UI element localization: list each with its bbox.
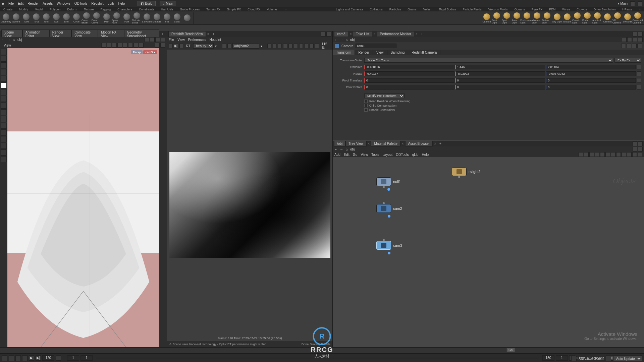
crop-icon[interactable] bbox=[227, 44, 231, 48]
translate-y[interactable] bbox=[455, 65, 545, 69]
net-tool-icon[interactable] bbox=[600, 152, 605, 157]
fwd-icon[interactable]: → bbox=[7, 38, 11, 42]
shelf-item[interactable]: L-system bbox=[142, 12, 152, 24]
shelf-tab-r[interactable]: Collisions bbox=[368, 7, 384, 12]
net-tool-icon[interactable] bbox=[616, 152, 621, 157]
net-tool-icon[interactable] bbox=[595, 152, 599, 157]
menu-edit[interactable]: Edit bbox=[18, 2, 23, 5]
camera-path-input[interactable] bbox=[232, 43, 259, 49]
net-tool-icon[interactable] bbox=[579, 152, 583, 157]
shelf-tab-r[interactable]: HPaste bbox=[621, 7, 634, 12]
link-icon[interactable] bbox=[627, 44, 631, 48]
rotate-x[interactable] bbox=[364, 71, 454, 76]
node-rslight2[interactable]: rslight2 bbox=[452, 167, 480, 176]
shelf-item[interactable] bbox=[182, 12, 192, 24]
tab-cam3[interactable]: cam3 bbox=[334, 31, 348, 37]
shelf-item[interactable]: Point Light bbox=[492, 12, 502, 24]
shelf-item[interactable]: Grid bbox=[41, 12, 51, 24]
realtime-icon[interactable] bbox=[15, 356, 21, 361]
net-tool-icon[interactable] bbox=[589, 152, 594, 157]
shelf-tab[interactable]: Texture bbox=[82, 7, 96, 12]
shelf-tab[interactable]: Cloud FX bbox=[246, 7, 262, 12]
shelf-item[interactable]: Tube bbox=[21, 12, 31, 24]
shelf-tab-r[interactable]: Oceans bbox=[513, 7, 527, 12]
shelf-tab-r[interactable]: Crowds bbox=[575, 7, 589, 12]
tab-asset-browser[interactable]: Asset Browser bbox=[405, 141, 433, 146]
tool-icon[interactable] bbox=[283, 44, 287, 48]
shelf-item[interactable]: Geometry bbox=[1, 12, 11, 24]
shelf-tab[interactable]: Model bbox=[33, 7, 45, 12]
shelf-tab[interactable]: Volume bbox=[265, 7, 279, 12]
node-name-input[interactable] bbox=[356, 44, 396, 48]
view-menu[interactable]: View bbox=[2, 44, 13, 47]
net-tool-icon[interactable] bbox=[605, 152, 610, 157]
fwd-icon[interactable]: → bbox=[339, 38, 343, 42]
shelf-add-icon[interactable]: + bbox=[283, 7, 288, 12]
stop-icon[interactable] bbox=[179, 44, 183, 48]
shelf-item[interactable]: Sphere bbox=[11, 12, 21, 24]
back-icon[interactable]: ← bbox=[1, 38, 5, 42]
shelf-tab-r[interactable]: Lights and Cameras bbox=[334, 7, 365, 12]
network-canvas[interactable]: Objects rslight2 null1 cam2 bbox=[333, 157, 644, 347]
vp-layout-icon[interactable] bbox=[155, 43, 160, 48]
tool-icon[interactable] bbox=[1, 143, 7, 149]
shelf-item[interactable]: Caustic Light bbox=[572, 12, 582, 24]
search-icon[interactable] bbox=[633, 37, 637, 42]
shelf-item[interactable]: Spot Light bbox=[502, 12, 512, 24]
net-menu-view[interactable]: View bbox=[361, 153, 368, 157]
net-tool-icon[interactable] bbox=[632, 152, 637, 157]
back-icon[interactable]: ← bbox=[334, 38, 338, 42]
shelf-tab[interactable]: Polygon bbox=[48, 7, 62, 12]
menu-icon[interactable] bbox=[637, 71, 641, 76]
end-frame-input[interactable] bbox=[542, 355, 554, 361]
menu-icon[interactable] bbox=[637, 65, 641, 69]
shelf-tab-r[interactable]: Pyro FX bbox=[530, 7, 544, 12]
tab-tree-view[interactable]: Tree View bbox=[345, 141, 366, 146]
shelf-item[interactable]: Camera bbox=[482, 12, 492, 24]
tab-transform[interactable]: Transform bbox=[333, 50, 355, 55]
shelf-item[interactable]: Spiral bbox=[172, 12, 182, 24]
vp-snapshot-icon[interactable] bbox=[133, 43, 138, 48]
shelf-item[interactable]: Spray Paint bbox=[112, 12, 122, 24]
vp-help-icon[interactable] bbox=[160, 43, 165, 48]
tab-sampling[interactable]: Sampling bbox=[387, 50, 409, 55]
rotate-z[interactable] bbox=[546, 71, 636, 76]
search-icon[interactable] bbox=[633, 147, 637, 152]
shelf-tab[interactable]: Modify bbox=[17, 7, 30, 12]
end-frame-input2[interactable] bbox=[556, 355, 568, 361]
handle-tool-icon[interactable] bbox=[1, 56, 7, 62]
update-mode-select[interactable]: Auto Update bbox=[613, 356, 642, 361]
pane-max-icon[interactable] bbox=[326, 32, 331, 37]
shelf-item[interactable]: Portal Light bbox=[582, 12, 592, 24]
rot-order-select[interactable]: Rx Ry Rz bbox=[614, 58, 641, 63]
close-icon[interactable]: × bbox=[367, 142, 371, 145]
shelf-tab[interactable]: Constraints bbox=[137, 7, 156, 12]
pivot-r-x[interactable] bbox=[364, 85, 454, 89]
shelf-item[interactable]: File bbox=[162, 12, 172, 24]
last-frame-icon[interactable]: ▶| bbox=[36, 355, 41, 361]
shelf-item[interactable]: Font bbox=[122, 12, 132, 24]
tool-icon[interactable] bbox=[1, 149, 7, 156]
pane-max-icon[interactable] bbox=[638, 141, 643, 146]
fwd-icon[interactable]: → bbox=[339, 147, 343, 151]
pane-menu-icon[interactable] bbox=[161, 37, 165, 42]
translate-z[interactable] bbox=[546, 65, 636, 69]
shelf-tab[interactable]: Simple FX bbox=[225, 7, 243, 12]
lock-icon[interactable] bbox=[1, 89, 7, 95]
tool-icon[interactable] bbox=[1, 123, 7, 129]
pin-icon[interactable] bbox=[627, 37, 632, 42]
tab-perf-monitor[interactable]: Performance Monitor bbox=[377, 31, 414, 37]
add-tab-icon[interactable]: + bbox=[437, 142, 443, 145]
shelf-item[interactable]: Null bbox=[51, 12, 61, 24]
rsview-menu-file[interactable]: File bbox=[169, 38, 174, 42]
move-tool-icon[interactable] bbox=[1, 62, 7, 68]
net-tool-icon[interactable] bbox=[611, 152, 615, 157]
render-view-canvas[interactable]: Frame: 120 Time: 2023-07-29 13:55:56 (28… bbox=[167, 50, 332, 347]
add-tab-icon[interactable]: + bbox=[211, 32, 217, 36]
shelf-tab-r[interactable]: Wires bbox=[560, 7, 572, 12]
close-icon[interactable]: × bbox=[372, 32, 377, 36]
tool-icon[interactable] bbox=[288, 44, 292, 48]
home-icon[interactable]: ⌂ bbox=[345, 147, 349, 151]
tool-icon[interactable] bbox=[1, 109, 7, 115]
desktop-selector[interactable]: ⌂ Main bbox=[160, 1, 176, 6]
